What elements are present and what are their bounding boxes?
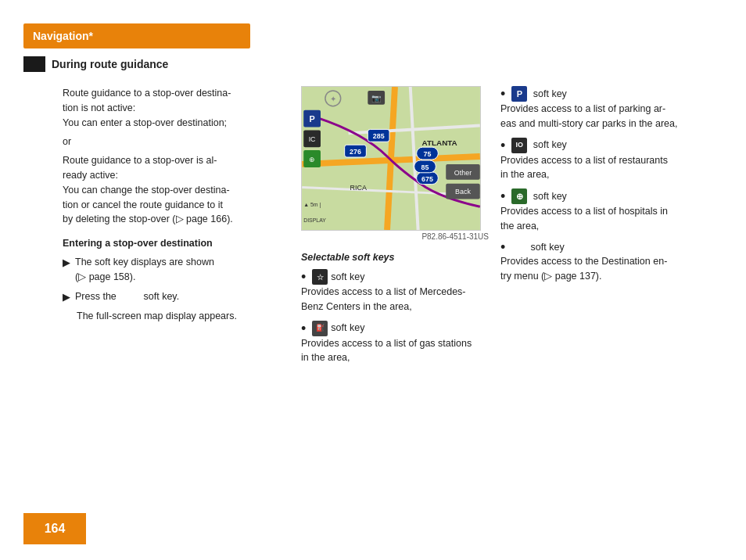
- hospital-icon: ⊕: [511, 188, 527, 204]
- soft-key-item-parking: • P soft key Provides access to a list o…: [500, 86, 743, 131]
- svg-text:RICA: RICA: [350, 184, 367, 192]
- page-number: 164: [45, 522, 66, 536]
- svg-text:⊕: ⊕: [309, 156, 315, 163]
- svg-text:Back: Back: [455, 188, 471, 196]
- bullet-dot-fuel: •: [301, 321, 306, 336]
- entering-title: Entering a stop-over destination: [63, 238, 285, 249]
- parking-key-label: soft key: [530, 87, 567, 102]
- soft-key-item-hospital: • ⊕ soft key Provides access to a list o…: [500, 188, 743, 234]
- svg-text:✦: ✦: [330, 95, 336, 103]
- intro-text-2: Route guidance to a stop-over is al-read…: [63, 153, 285, 227]
- map-image: 276 285 75 675 85 ATLANTA P IC ⊕: [301, 86, 481, 231]
- svg-text:Other: Other: [454, 169, 472, 177]
- map-caption: P82.86-4511-31US: [301, 232, 489, 241]
- mercedes-key-label: soft key: [331, 270, 364, 285]
- section-title-row: During route guidance: [23, 56, 168, 72]
- restaurant-key-desc: Provides access to a list of restaurants…: [500, 153, 743, 183]
- parking-key-desc: Provides access to a list of parking ar-…: [500, 102, 743, 131]
- dest-key-label: soft key: [511, 240, 564, 255]
- soft-key-line-mercedes: • ☆ soft key: [301, 269, 489, 285]
- soft-key-line-parking: • P soft key: [500, 86, 743, 102]
- soft-key-line-fuel: • ⛽ soft key: [301, 321, 489, 336]
- selectable-soft-keys-title: Selectable soft keys: [301, 252, 489, 263]
- fuel-key-label: soft key: [331, 321, 364, 336]
- svg-text:75: 75: [424, 150, 432, 158]
- svg-text:675: 675: [421, 175, 433, 183]
- bullet-item-2: ▶ Press the soft key.: [63, 289, 285, 305]
- content-area: Route guidance to a stop-over destina-ti…: [23, 86, 723, 497]
- right-column: • P soft key Provides access to a list o…: [500, 86, 743, 290]
- bullet-text-1: The soft key displays are shown(▷ page 1…: [75, 255, 285, 285]
- arrow-icon-1: ▶: [63, 256, 70, 271]
- svg-text:▲ 5m |: ▲ 5m |: [303, 202, 321, 208]
- soft-key-item-restaurant: • IO soft key Provides access to a list …: [500, 138, 743, 183]
- bullet-text-2: Press the soft key.: [75, 289, 285, 304]
- soft-key-line-dest: • soft key: [500, 240, 743, 255]
- bullet-dot-mercedes: •: [301, 270, 306, 284]
- svg-text:276: 276: [350, 148, 361, 156]
- bullet-dot-restaurant: •: [500, 138, 505, 153]
- hospital-key-desc: Provides access to a list of hospitals i…: [500, 204, 743, 234]
- svg-text:285: 285: [373, 132, 385, 140]
- header-title: Navigation*: [33, 30, 93, 42]
- parking-icon: P: [511, 86, 527, 102]
- bullet-dot-hospital: •: [500, 189, 505, 203]
- arrow-icon-2: ▶: [63, 290, 70, 305]
- soft-key-line-hospital: • ⊕ soft key: [500, 188, 743, 204]
- svg-text:📷: 📷: [371, 93, 382, 103]
- hospital-key-label: soft key: [530, 189, 567, 204]
- fullscreen-text: The full-screen map display appears.: [77, 309, 285, 324]
- soft-key-item-dest: • soft key Provides access to the Destin…: [500, 240, 743, 284]
- bullet-dot-parking: •: [500, 87, 505, 101]
- mercedes-icon: ☆: [312, 269, 328, 285]
- header-bar: Navigation*: [23, 23, 250, 48]
- restaurant-icon: IO: [511, 138, 527, 153]
- svg-text:85: 85: [421, 163, 429, 171]
- left-column: Route guidance to a stop-over destina-ti…: [63, 86, 285, 324]
- svg-text:IC: IC: [309, 135, 316, 143]
- dest-key-desc: Provides access to the Destination en-tr…: [500, 254, 743, 284]
- soft-key-item-fuel: • ⛽ soft key Provides access to a list o…: [301, 321, 489, 366]
- restaurant-key-label: soft key: [530, 138, 567, 153]
- or-text: or: [63, 136, 285, 147]
- middle-column: 276 285 75 675 85 ATLANTA P IC ⊕: [301, 86, 489, 372]
- svg-text:P: P: [309, 114, 314, 124]
- section-black-bar: [23, 56, 45, 72]
- intro-text-1: Route guidance to a stop-over destina-ti…: [63, 86, 285, 130]
- fuel-key-desc: Provides access to a list of gas station…: [301, 336, 489, 366]
- bullet-dot-dest: •: [500, 240, 505, 254]
- page-footer: 164: [23, 513, 86, 544]
- svg-text:ATLANTA: ATLANTA: [422, 138, 457, 147]
- soft-key-line-restaurant: • IO soft key: [500, 138, 743, 153]
- bullet-item-1: ▶ The soft key displays are shown(▷ page…: [63, 255, 285, 285]
- section-title: During route guidance: [52, 58, 168, 70]
- map-svg: 276 285 75 675 85 ATLANTA P IC ⊕: [302, 87, 480, 230]
- mercedes-key-desc: Provides access to a list of Mercedes-Be…: [301, 285, 489, 314]
- soft-key-item-mercedes: • ☆ soft key Provides access to a list o…: [301, 269, 489, 314]
- fuel-icon: ⛽: [312, 321, 328, 336]
- svg-text:DISPLAY: DISPLAY: [303, 217, 326, 223]
